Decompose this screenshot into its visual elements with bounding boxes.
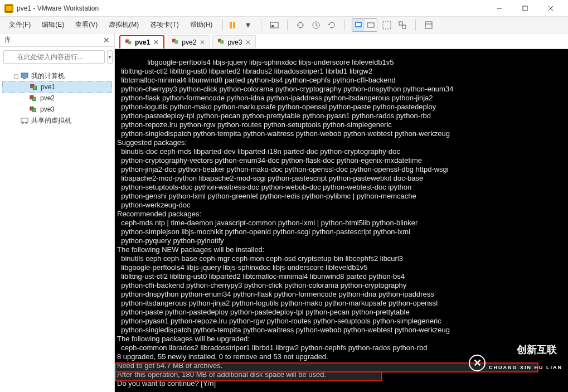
tab-close-icon[interactable]: ✕ <box>200 38 205 46</box>
library-icon[interactable] <box>423 19 435 31</box>
menu-tabs[interactable]: 选项卡(T) <box>145 18 183 32</box>
unity-icon[interactable] <box>396 19 409 31</box>
svg-rect-24 <box>33 86 36 89</box>
pause-button[interactable] <box>226 19 239 31</box>
svg-rect-16 <box>402 25 406 28</box>
svg-point-30 <box>22 122 24 124</box>
svg-rect-21 <box>21 73 28 78</box>
svg-rect-2 <box>523 6 527 11</box>
vm-icon <box>29 105 38 114</box>
tree-label: pve2 <box>40 94 55 102</box>
fullscreen-icon[interactable] <box>381 19 393 31</box>
maximize-button[interactable] <box>512 0 538 17</box>
collapse-icon[interactable]: ▢ <box>12 73 19 79</box>
tab-pve2[interactable]: pve2 ✕ <box>167 35 210 49</box>
tab-close-icon[interactable]: ✕ <box>153 38 159 46</box>
watermark-sub: CHUANG XIN HU LIAN <box>489 363 562 372</box>
snapshot-icon[interactable] <box>294 19 307 31</box>
stretch-guest-icon[interactable] <box>365 19 377 31</box>
svg-rect-14 <box>383 21 391 29</box>
sidebar-title: 库 <box>4 35 11 45</box>
svg-rect-26 <box>32 97 36 100</box>
watermark: ✕ 创新互联 CHUANG XIN HU LIAN <box>469 336 562 390</box>
vm-icon <box>172 37 179 47</box>
tab-label: pve3 <box>227 38 242 46</box>
separator <box>287 20 288 31</box>
svg-rect-33 <box>128 41 131 44</box>
dropdown-icon[interactable]: ▾ <box>242 19 254 31</box>
tab-label: pve2 <box>182 38 196 46</box>
tree-label: pve1 <box>41 83 55 91</box>
search-input[interactable] <box>3 50 105 64</box>
title-bar: pve1 - VMware Workstation <box>0 0 568 17</box>
svg-rect-0 <box>6 5 12 11</box>
menu-bar: 文件(F) 编辑(E) 查看(V) 虚拟机(M) 选项卡(T) 帮助(H) ▾ <box>0 17 568 33</box>
tree-label: 我的计算机 <box>31 71 65 81</box>
tab-bar: pve1 ✕ pve2 ✕ pve3 ✕ <box>115 33 568 49</box>
svg-rect-5 <box>230 22 232 28</box>
svg-rect-22 <box>23 78 26 79</box>
menu-help[interactable]: 帮助(H) <box>186 18 217 32</box>
tab-pve1[interactable]: pve1 ✕ <box>119 35 164 49</box>
fit-guest-icon[interactable] <box>352 19 365 31</box>
vm-console[interactable]: libgoogle-perftools4 libjs-jquery libjs-… <box>115 49 568 392</box>
svg-rect-15 <box>399 22 402 25</box>
vm-icon <box>29 94 38 103</box>
svg-rect-13 <box>367 23 374 27</box>
window-title: pve1 - VMware Workstation <box>17 4 487 12</box>
svg-rect-28 <box>32 108 36 112</box>
tree-label: 共享的虚拟机 <box>31 116 71 125</box>
watermark-brand: 创新互联 <box>517 344 557 355</box>
vm-icon <box>125 38 133 47</box>
svg-rect-12 <box>356 23 361 26</box>
tab-pve3[interactable]: pve3 ✕ <box>212 35 256 49</box>
menu-edit[interactable]: 编辑(E) <box>37 18 69 32</box>
menu-file[interactable]: 文件(F) <box>4 18 35 32</box>
svg-rect-6 <box>233 22 235 28</box>
snapshot-manager-icon[interactable] <box>310 19 322 31</box>
tab-label: pve1 <box>135 38 150 46</box>
tree-shared-vms[interactable]: 共享的虚拟机 <box>2 115 112 126</box>
shared-icon <box>20 116 29 125</box>
svg-rect-17 <box>425 22 432 28</box>
separator <box>415 20 416 31</box>
collapse-icon[interactable] <box>12 118 19 124</box>
separator <box>222 20 223 31</box>
close-button[interactable] <box>538 0 564 17</box>
tree-vm-pve1[interactable]: pve1 <box>2 81 112 93</box>
separator <box>261 20 261 31</box>
separator <box>344 20 345 31</box>
search-dropdown[interactable]: ▼ <box>107 50 113 64</box>
tree-vm-pve3[interactable]: pve3 <box>2 104 112 115</box>
computer-icon <box>20 71 29 80</box>
send-ctrl-alt-del-icon[interactable] <box>268 19 280 31</box>
watermark-logo-icon: ✕ <box>469 355 486 371</box>
revert-snapshot-icon[interactable] <box>326 19 338 31</box>
terminal-output: libgoogle-perftools4 libjs-jquery libjs-… <box>117 58 453 388</box>
app-icon <box>4 4 13 13</box>
tree-vm-pve2[interactable]: pve2 <box>2 93 112 104</box>
minimize-button[interactable] <box>487 0 512 17</box>
library-sidebar: 库 ✕ ▼ ▢ 我的计算机 pve1 pve2 <box>0 33 115 392</box>
vm-icon <box>30 83 38 91</box>
svg-rect-35 <box>175 40 178 43</box>
menu-view[interactable]: 查看(V) <box>71 18 102 32</box>
menu-vm[interactable]: 虚拟机(M) <box>104 18 143 32</box>
sidebar-close-icon[interactable]: ✕ <box>103 36 110 45</box>
tree-my-computer[interactable]: ▢ 我的计算机 <box>2 70 112 81</box>
svg-rect-37 <box>221 40 224 43</box>
svg-point-31 <box>25 122 27 124</box>
tree-label: pve3 <box>40 105 55 113</box>
svg-rect-8 <box>271 25 274 27</box>
vm-icon <box>217 37 225 47</box>
tab-close-icon[interactable]: ✕ <box>245 38 251 46</box>
